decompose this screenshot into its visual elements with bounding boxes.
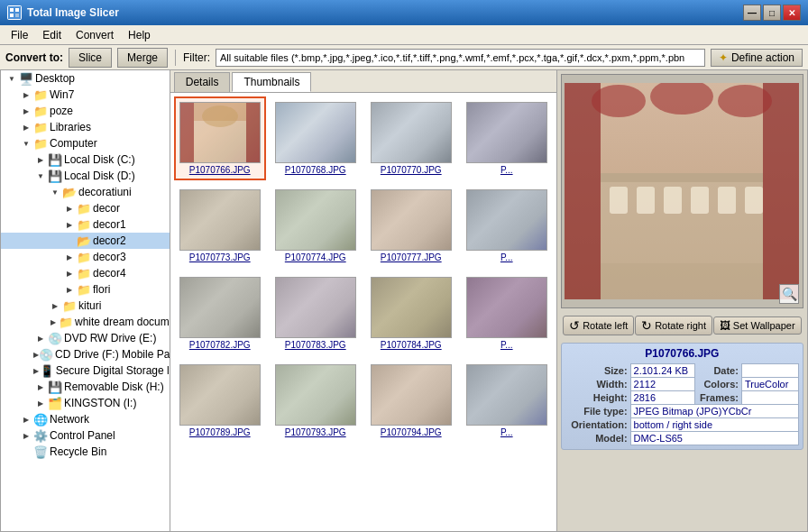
expand-controlpanel[interactable] bbox=[19, 428, 33, 443]
tree-item-flori[interactable]: flori bbox=[1, 281, 170, 298]
tree-label-cdmobile: CD Drive (F:) Mobile Pa bbox=[55, 348, 170, 361]
expand-kituri[interactable] bbox=[48, 298, 62, 313]
define-action-button[interactable]: ✦ Define action bbox=[711, 49, 803, 67]
tree-label-dvdrw: DVD RW Drive (E:) bbox=[64, 332, 156, 344]
tree-item-decor3[interactable]: decor3 bbox=[1, 249, 170, 265]
expand-decor1[interactable] bbox=[62, 217, 77, 232]
tab-thumbnails[interactable]: Thumbnails bbox=[232, 72, 311, 92]
expand-securedigital[interactable] bbox=[33, 363, 40, 378]
minimize-button[interactable]: — bbox=[743, 5, 761, 21]
expand-kingston[interactable] bbox=[33, 396, 48, 410]
set-wallpaper-button[interactable]: 🖼 Set Wallpaper bbox=[713, 316, 802, 335]
tree-item-recycle[interactable]: Recycle Bin bbox=[1, 444, 170, 460]
expand-network[interactable] bbox=[19, 412, 33, 427]
thumb-item-12[interactable]: P... bbox=[461, 271, 553, 355]
thumb-item-3[interactable]: P1070770.JPG bbox=[365, 96, 457, 180]
thumb-item-13[interactable]: P1070789.JPG bbox=[174, 359, 266, 443]
expand-locald[interactable] bbox=[33, 169, 48, 183]
expand-poze[interactable] bbox=[19, 104, 33, 118]
close-button[interactable]: ✕ bbox=[783, 5, 801, 21]
thumb-label-1: P1070766.JPG bbox=[189, 165, 251, 175]
expand-flori[interactable] bbox=[62, 282, 77, 297]
thumb-item-7[interactable]: P1070777.JPG bbox=[365, 184, 457, 268]
expand-computer[interactable] bbox=[19, 136, 33, 151]
svg-rect-2 bbox=[15, 8, 19, 12]
menu-convert[interactable]: Convert bbox=[69, 27, 121, 43]
size-label: Size: bbox=[565, 364, 630, 378]
tree-item-decor4[interactable]: decor4 bbox=[1, 265, 170, 281]
expand-libraries[interactable] bbox=[19, 120, 33, 134]
expand-decor3[interactable] bbox=[62, 250, 77, 264]
thumb-item-9[interactable]: P1070782.JPG bbox=[174, 271, 266, 355]
expand-removable[interactable] bbox=[33, 380, 48, 394]
thumb-image-10 bbox=[275, 277, 356, 338]
thumb-label-10: P1070783.JPG bbox=[285, 340, 346, 350]
svg-point-14 bbox=[592, 85, 646, 117]
tree-item-cdmobile[interactable]: CD Drive (F:) Mobile Pa bbox=[1, 346, 170, 362]
tree-item-libraries[interactable]: Libraries bbox=[1, 119, 170, 135]
tree-item-controlpanel[interactable]: Control Panel bbox=[1, 427, 170, 444]
tree-item-locald[interactable]: Local Disk (D:) bbox=[1, 168, 170, 184]
tree-item-computer[interactable]: Computer bbox=[1, 135, 170, 151]
filter-input[interactable] bbox=[216, 49, 705, 67]
tree-item-desktop[interactable]: Desktop bbox=[1, 70, 170, 87]
expand-decor2[interactable] bbox=[62, 234, 77, 248]
tree-item-whitedream[interactable]: white dream docum bbox=[1, 314, 170, 330]
define-action-label: Define action bbox=[731, 51, 794, 64]
thumb-item-11[interactable]: P1070784.JPG bbox=[365, 271, 457, 355]
convert-to-label: Convert to: bbox=[5, 51, 63, 64]
merge-button[interactable]: Merge bbox=[117, 48, 168, 68]
tree-item-decoratiuni[interactable]: decoratiuni bbox=[1, 184, 170, 200]
tree-item-kingston[interactable]: KINGSTON (I:) bbox=[1, 395, 170, 411]
thumb-label-9: P1070782.JPG bbox=[189, 340, 251, 350]
tree-item-decor2[interactable]: decor2 bbox=[1, 233, 170, 249]
thumb-item-6[interactable]: P1070774.JPG bbox=[270, 184, 362, 268]
thumb-item-14[interactable]: P1070793.JPG bbox=[270, 359, 362, 443]
expand-whitedream[interactable] bbox=[48, 315, 59, 329]
tree-item-dvdrw[interactable]: DVD RW Drive (E:) bbox=[1, 330, 170, 346]
tree-item-kituri[interactable]: kituri bbox=[1, 298, 170, 314]
menu-edit[interactable]: Edit bbox=[35, 27, 69, 43]
tree-item-decor1[interactable]: decor1 bbox=[1, 216, 170, 233]
thumb-item-1[interactable]: P1070766.JPG bbox=[174, 96, 266, 180]
thumb-item-15[interactable]: P1070794.JPG bbox=[365, 359, 457, 443]
thumb-item-10[interactable]: P1070783.JPG bbox=[270, 271, 362, 355]
thumb-item-2[interactable]: P1070768.JPG bbox=[270, 96, 362, 180]
frames-label: Frames: bbox=[694, 391, 741, 405]
tree-item-poze[interactable]: poze bbox=[1, 103, 170, 119]
rotate-left-button[interactable]: ↺ Rotate left bbox=[563, 316, 634, 335]
thumb-item-16[interactable]: P... bbox=[461, 359, 553, 443]
expand-decor[interactable] bbox=[62, 201, 77, 216]
svg-point-10 bbox=[202, 105, 238, 127]
expand-dvdrw[interactable] bbox=[33, 331, 48, 345]
tree-item-win7[interactable]: Win7 bbox=[1, 87, 170, 103]
tree-item-removable[interactable]: Removable Disk (H:) bbox=[1, 379, 170, 395]
thumb-label-12: P... bbox=[500, 340, 513, 350]
thumb-item-4[interactable]: P... bbox=[461, 96, 553, 180]
thumb-item-8[interactable]: P... bbox=[461, 184, 553, 268]
thumb-image-5 bbox=[179, 189, 261, 251]
expand-localc[interactable] bbox=[33, 152, 48, 167]
expand-decoratiuni[interactable] bbox=[48, 185, 62, 199]
slice-button[interactable]: Slice bbox=[69, 48, 112, 68]
folder-icon-decor3 bbox=[77, 250, 91, 264]
menu-file[interactable]: File bbox=[4, 27, 35, 43]
menu-help[interactable]: Help bbox=[121, 27, 158, 43]
tree-item-network[interactable]: Network bbox=[1, 411, 170, 427]
tree-item-decor[interactable]: decor bbox=[1, 200, 170, 216]
expand-win7[interactable] bbox=[19, 87, 33, 102]
thumb-item-5[interactable]: P1070773.JPG bbox=[174, 184, 266, 268]
tree-item-securedigital[interactable]: Secure Digital Storage l bbox=[1, 362, 170, 379]
zoom-button[interactable]: 🔍 bbox=[779, 284, 799, 304]
preview-image bbox=[565, 83, 799, 299]
expand-desktop[interactable] bbox=[5, 71, 19, 86]
tree-item-localc[interactable]: Local Disk (C:) bbox=[1, 151, 170, 168]
thumb-label-8: P... bbox=[500, 252, 513, 262]
tree-label-flori: flori bbox=[93, 283, 110, 296]
rotate-right-button[interactable]: ↻ Rotate right bbox=[635, 316, 712, 335]
maximize-button[interactable]: □ bbox=[763, 5, 781, 21]
tree-label-computer: Computer bbox=[50, 137, 97, 150]
expand-decor4[interactable] bbox=[62, 266, 77, 280]
tree-label-removable: Removable Disk (H:) bbox=[64, 381, 164, 393]
tab-details[interactable]: Details bbox=[174, 72, 231, 92]
